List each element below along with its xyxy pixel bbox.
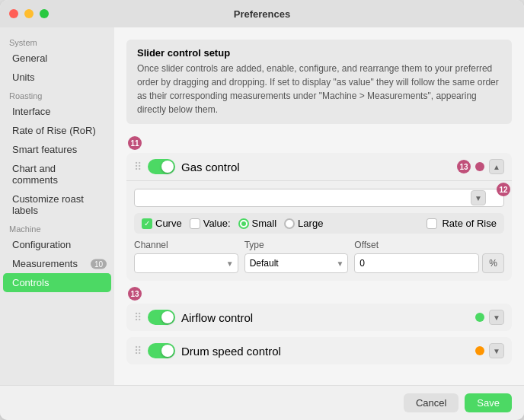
- small-radio[interactable]: [238, 218, 249, 229]
- content-area: Slider control setup Once slider control…: [114, 27, 524, 385]
- airflow-chevron-down[interactable]: ▼: [489, 310, 504, 325]
- offset-label: Offset: [354, 240, 504, 250]
- gas-control-right: 13 ▲: [457, 159, 504, 174]
- gas-control-expanded: 12 ▼ ✓ Curve Value:: [126, 180, 512, 281]
- gas-chevron-up[interactable]: ▲: [489, 159, 504, 174]
- curve-label: Curve: [155, 218, 182, 229]
- gas-text-input-row: 12 ▼: [134, 189, 504, 207]
- window-controls: [9, 9, 49, 18]
- airflow-control-header: ⠿ Airflow control ▼: [126, 304, 512, 331]
- offset-group: %: [354, 253, 504, 273]
- minimize-button[interactable]: [24, 9, 34, 18]
- curve-checkbox[interactable]: ✓: [142, 218, 152, 229]
- sidebar-item-measurements[interactable]: Measurements 10: [3, 254, 111, 273]
- measurements-badge: 10: [91, 259, 107, 269]
- sidebar-item-controls[interactable]: Controls: [3, 273, 111, 292]
- info-text: Once slider controls are added, enable, …: [137, 62, 501, 116]
- type-select-wrapper: Default ▼: [244, 253, 349, 273]
- drag-handle-airflow[interactable]: ⠿: [134, 311, 142, 323]
- gas-name-input[interactable]: [134, 189, 504, 207]
- close-button[interactable]: [9, 9, 18, 18]
- value-checkbox[interactable]: [190, 218, 200, 229]
- drum-control-name: Drum speed control: [181, 345, 469, 358]
- gas-control-block: ⠿ Gas control 13 ▲: [126, 153, 512, 281]
- airflow-toggle[interactable]: [148, 310, 175, 325]
- gas-input-chevron[interactable]: ▼: [471, 190, 486, 205]
- offset-input[interactable]: [354, 253, 479, 273]
- sidebar-item-smart[interactable]: Smart features: [3, 140, 111, 159]
- sidebar-section-system: System: [0, 33, 114, 49]
- drag-handle-gas[interactable]: ⠿: [134, 161, 142, 173]
- small-radio-group[interactable]: Small: [238, 218, 277, 229]
- drum-control-right: ▼: [475, 343, 504, 358]
- window-title: Preferences: [234, 8, 290, 20]
- annotation-13b: 13: [128, 287, 142, 301]
- cancel-button[interactable]: Cancel: [404, 393, 458, 412]
- channel-select[interactable]: [134, 253, 238, 273]
- save-button[interactable]: Save: [465, 393, 512, 412]
- large-radio-group[interactable]: Large: [284, 218, 323, 229]
- channel-label: Channel: [134, 240, 238, 250]
- channel-row: Channel ▼ Type: [134, 240, 504, 273]
- drum-control-header: ⠿ Drum speed control ▼: [126, 337, 512, 364]
- airflow-control-name: Airflow control: [181, 311, 469, 324]
- type-col: Type Default ▼: [244, 240, 349, 273]
- large-label: Large: [298, 218, 323, 229]
- annotation-13: 13: [457, 160, 471, 173]
- info-box: Slider control setup Once slider control…: [126, 40, 512, 124]
- info-title: Slider control setup: [137, 47, 501, 59]
- value-checkbox-group[interactable]: Value:: [190, 218, 231, 229]
- sidebar-section-roasting: Roasting: [0, 87, 114, 102]
- channel-col: Channel ▼: [134, 240, 238, 273]
- titlebar: Preferences: [0, 0, 524, 27]
- offset-col: Offset %: [354, 240, 504, 273]
- footer: Cancel Save: [0, 385, 524, 420]
- ror-toggle-group[interactable]: Rate of Rise: [427, 218, 497, 229]
- sidebar-section-machine: Machine: [0, 220, 114, 235]
- options-row: ✓ Curve Value: Small: [134, 213, 504, 234]
- airflow-control-right: ▼: [475, 310, 504, 325]
- airflow-control-block: ⠿ Airflow control ▼: [126, 304, 512, 331]
- ror-label: Rate of Rise: [442, 218, 497, 229]
- gas-toggle[interactable]: [148, 159, 175, 174]
- preferences-window: Preferences System General Units Roastin…: [0, 0, 524, 420]
- sidebar-item-general[interactable]: General: [3, 49, 111, 68]
- type-label: Type: [244, 240, 349, 250]
- drum-dot-indicator: [475, 346, 484, 355]
- sidebar-item-configuration[interactable]: Configuration: [3, 235, 111, 254]
- channel-select-wrapper: ▼: [134, 253, 238, 273]
- ror-checkbox[interactable]: [427, 218, 437, 229]
- drum-chevron-down[interactable]: ▼: [489, 343, 504, 358]
- small-label: Small: [252, 218, 277, 229]
- airflow-dot-indicator: [475, 313, 484, 322]
- offset-unit: %: [482, 253, 504, 273]
- sidebar-item-roastlabels[interactable]: Customize roast labels: [3, 189, 111, 220]
- sidebar-item-interface[interactable]: Interface: [3, 102, 111, 121]
- sidebar-item-chart[interactable]: Chart and comments: [3, 159, 111, 189]
- large-radio[interactable]: [284, 218, 295, 229]
- gas-control-name: Gas control: [181, 161, 451, 173]
- drum-toggle[interactable]: [148, 343, 175, 358]
- annotation-11: 11: [128, 136, 142, 150]
- value-label: Value:: [203, 218, 231, 229]
- drag-handle-drum[interactable]: ⠿: [134, 345, 142, 357]
- sidebar-item-ror[interactable]: Rate of Rise (RoR): [3, 121, 111, 140]
- annotation-12: 12: [497, 183, 510, 196]
- maximize-button[interactable]: [40, 9, 49, 18]
- type-select[interactable]: Default: [244, 253, 349, 273]
- drum-control-block: ⠿ Drum speed control ▼: [126, 337, 512, 364]
- gas-control-header: ⠿ Gas control 13 ▲: [126, 153, 512, 180]
- sidebar: System General Units Roasting Interface …: [0, 27, 114, 385]
- gas-dot-indicator: [475, 162, 484, 171]
- main-content: System General Units Roasting Interface …: [0, 27, 524, 385]
- sidebar-item-units[interactable]: Units: [3, 68, 111, 87]
- curve-checkbox-group[interactable]: ✓ Curve: [142, 218, 182, 229]
